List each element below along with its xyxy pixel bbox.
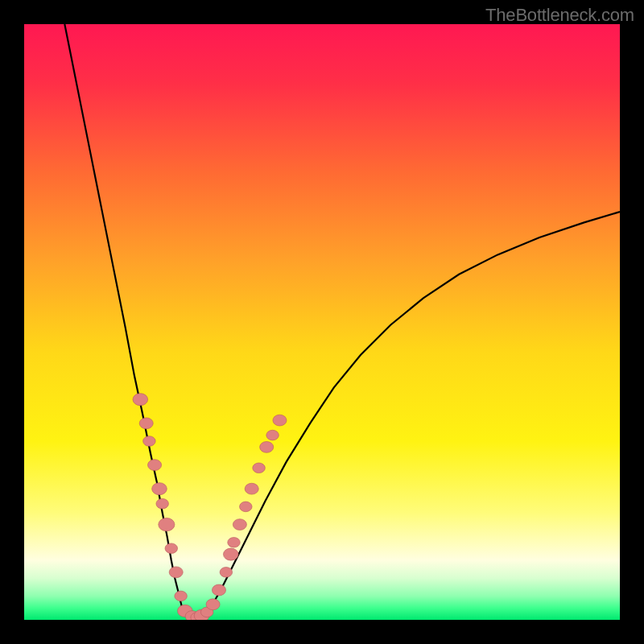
data-dot — [159, 518, 175, 530]
data-dot — [223, 548, 238, 560]
data-dot — [228, 538, 241, 548]
data-dot — [156, 498, 169, 509]
data-dot — [169, 567, 183, 578]
data-dot — [245, 483, 258, 494]
plot-area — [24, 24, 620, 620]
data-dot — [266, 430, 279, 440]
data-dot — [273, 415, 287, 426]
data-dot — [143, 436, 156, 447]
data-dot — [206, 599, 220, 610]
data-dot — [139, 418, 153, 429]
data-dot — [253, 463, 266, 473]
data-dot — [175, 591, 188, 601]
bottleneck-curve — [64, 24, 620, 619]
data-dot — [220, 568, 233, 578]
data-dot — [133, 394, 148, 406]
data-dot — [233, 519, 246, 530]
data-dots — [133, 394, 287, 620]
data-dot — [165, 543, 178, 554]
data-dot — [260, 441, 274, 452]
data-dot — [212, 584, 225, 596]
data-dot — [152, 483, 167, 495]
data-dot — [148, 460, 162, 471]
curve-layer — [24, 24, 620, 620]
data-dot — [240, 502, 253, 512]
chart-frame: TheBottleneck.com — [0, 0, 644, 644]
watermark-text: TheBottleneck.com — [485, 5, 634, 26]
